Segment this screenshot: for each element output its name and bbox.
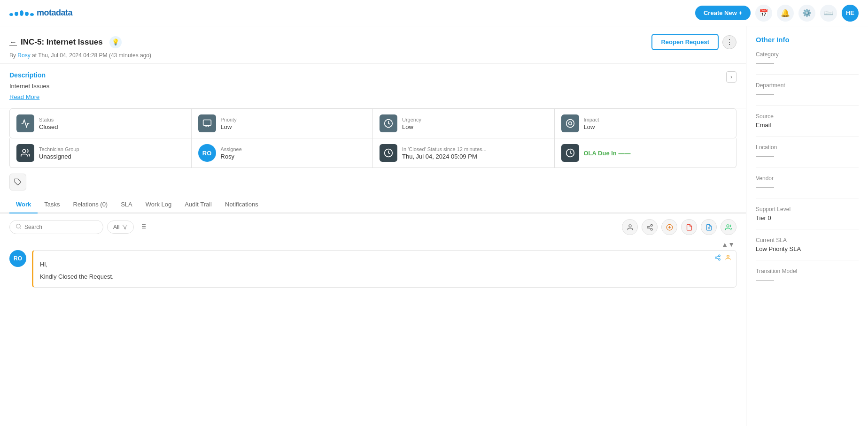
svg-point-34 [727, 255, 729, 258]
reopen-request-button[interactable]: Reopen Request [651, 34, 719, 50]
comment-body: Kindly Closed the Request. [40, 272, 729, 281]
tab-work[interactable]: Work [9, 196, 38, 213]
back-button[interactable]: ← [9, 38, 17, 46]
calendar-icon-button[interactable]: 📅 [755, 5, 772, 22]
tab-audit-trail[interactable]: Audit Trail [178, 196, 218, 213]
urgency-content: Urgency Low [402, 117, 421, 130]
filter-button[interactable]: All [107, 221, 134, 234]
info-cards-row2: Technician Group Unassigned RO Assignee … [9, 138, 736, 168]
logo-dot-4 [25, 12, 29, 16]
svg-point-30 [715, 257, 717, 259]
sort-button[interactable] [138, 221, 148, 234]
svg-point-20 [651, 228, 652, 230]
technician-group-icon [16, 144, 34, 162]
ticket-meta: By Rosy at Thu, Jul 04, 2024 04:28 PM (4… [9, 52, 736, 59]
tab-work-log[interactable]: Work Log [139, 196, 178, 213]
urgency-value: Low [402, 123, 421, 130]
svg-point-31 [719, 259, 721, 260]
expand-button[interactable]: › [726, 71, 736, 83]
divider-5 [756, 198, 859, 198]
location-label: Location [756, 144, 859, 151]
logo-dot-3 [20, 10, 23, 16]
urgency-label: Urgency [402, 117, 421, 122]
ola-icon [561, 144, 579, 162]
technician-group-card: Technician Group Unassigned [10, 138, 192, 167]
svg-line-32 [717, 258, 719, 259]
svg-point-4 [23, 150, 26, 153]
transition-model-value: ——— [756, 276, 859, 283]
svg-line-22 [649, 226, 651, 227]
comments-area: ▲ ▼ RO Hi, Kindly Clos [0, 241, 746, 288]
current-sla-label: Current SLA [756, 237, 859, 243]
status-label: Status [39, 117, 58, 122]
svg-point-29 [719, 255, 721, 257]
ticket-title: INC-5: Internet Issues [21, 38, 103, 47]
comment-person-icon[interactable] [725, 254, 731, 262]
read-more-link[interactable]: Read More [9, 93, 39, 100]
logo-dot-2 [15, 12, 18, 16]
comment-greeting: Hi, Kindly Closed the Request. [40, 260, 729, 281]
svg-point-8 [16, 224, 21, 228]
technician-group-label: Technician Group [39, 146, 79, 152]
user-avatar-button[interactable]: HE [842, 5, 859, 22]
description-text: Internet Issues [9, 83, 49, 90]
pdf-action-button[interactable] [681, 219, 697, 235]
comment-scroll-controls: ▲ ▼ [9, 241, 736, 248]
category-label: Category [756, 51, 859, 58]
transition-model-label: Transition Model [756, 268, 859, 274]
technician-group-value: Unassigned [39, 153, 79, 160]
comment-share-icon[interactable] [714, 254, 721, 262]
create-new-button[interactable]: Create New + [695, 6, 751, 20]
search-box [9, 220, 103, 234]
description-content: Description Internet Issues Read More [9, 71, 49, 100]
meta-author-link[interactable]: Rosy [17, 52, 30, 59]
bell-icon-button[interactable]: 🔔 [777, 5, 794, 22]
logo-dot-1 [9, 13, 13, 16]
source-value: Email [756, 122, 859, 129]
closed-status-card: In 'Closed' Status since 12 minutes... T… [373, 138, 555, 167]
share-action-button[interactable] [642, 219, 658, 235]
lightbulb-icon[interactable]: 💡 [109, 36, 122, 48]
ticket-header: ← INC-5: Internet Issues 💡 Reopen Reques… [0, 26, 746, 64]
nav-right: Create New + 📅 🔔 ⚙️ ⌨️ HE [695, 5, 859, 22]
tab-tasks[interactable]: Tasks [38, 196, 66, 213]
scroll-up-button[interactable]: ▲ [721, 241, 728, 248]
keyboard-icon-button[interactable]: ⌨️ [820, 5, 837, 22]
currency-action-button[interactable] [661, 219, 677, 235]
header-actions: Reopen Request ⋮ [651, 34, 736, 50]
tabs-bar: Work Tasks Relations (0) SLA Work Log Au… [0, 196, 746, 213]
tab-sla[interactable]: SLA [114, 196, 139, 213]
group-action-button[interactable] [721, 219, 736, 235]
field-current-sla: Current SLA Low Priority SLA [756, 237, 859, 252]
impact-content: Impact Low [584, 117, 599, 130]
right-panel: Other Info Category ——— Department ——— S… [746, 26, 868, 426]
assignee-content: Assignee Rosy [221, 146, 242, 160]
tab-notifications[interactable]: Notifications [218, 196, 265, 213]
priority-content: Priority Low [221, 117, 237, 130]
field-vendor: Vendor ——— [756, 175, 859, 190]
svg-line-33 [717, 256, 719, 257]
work-filters: All [9, 220, 148, 234]
scroll-down-button[interactable]: ▼ [728, 241, 735, 248]
assignee-card: RO Assignee Rosy [192, 138, 373, 167]
note-action-button[interactable] [701, 219, 717, 235]
settings-icon-button[interactable]: ⚙️ [798, 5, 815, 22]
info-cards-row1: Status Closed Priority Low Urgency [9, 108, 736, 138]
tag-button[interactable] [9, 174, 26, 190]
technician-group-content: Technician Group Unassigned [39, 146, 79, 160]
svg-marker-10 [123, 225, 127, 229]
field-location: Location ——— [756, 144, 859, 160]
logo-text: motadata [37, 8, 72, 18]
meta-by: By [9, 52, 16, 59]
search-input[interactable] [24, 224, 97, 230]
svg-point-18 [651, 224, 652, 226]
search-icon [16, 223, 22, 231]
toolbar-actions [622, 219, 736, 235]
assignee-avatar: RO [198, 144, 216, 162]
more-options-button[interactable]: ⋮ [722, 35, 736, 49]
comment-avatar: RO [9, 250, 26, 267]
assign-action-button[interactable] [622, 219, 638, 235]
vendor-value: ——— [756, 183, 859, 190]
main-layout: ← INC-5: Internet Issues 💡 Reopen Reques… [0, 26, 868, 426]
tab-relations[interactable]: Relations (0) [67, 196, 115, 213]
